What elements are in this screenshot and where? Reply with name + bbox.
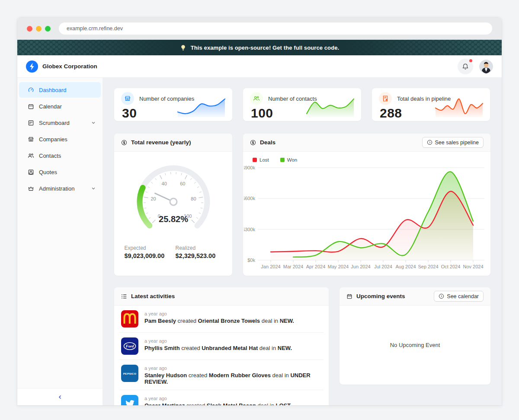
card-title: Total revenue (yearly)	[131, 139, 191, 146]
contacts-stat-card: Number of contacts 100	[243, 88, 361, 121]
deals-chart-card: Deals See sales pipeline Lost	[243, 134, 490, 276]
unordered-list-icon	[121, 293, 127, 299]
deals-area-chart: $0k$300k$600k$900kJan 2024Mar 2024Apr 20…	[244, 163, 490, 272]
app-header: Globex Corporation	[17, 55, 502, 78]
administration-icon	[28, 185, 34, 192]
svg-text:$300k: $300k	[244, 227, 255, 232]
svg-text:Aug 2024: Aug 2024	[395, 264, 416, 269]
dashboard-icon	[28, 87, 34, 93]
user-avatar[interactable]	[479, 60, 493, 73]
activity-time: a year ago	[144, 311, 294, 316]
latest-activities-card: Latest activities a year agoPam Beesly c…	[114, 287, 329, 405]
lightbulb-icon	[180, 45, 186, 51]
no-upcoming-event-text: No Upcoming Event	[340, 305, 490, 385]
address-bar[interactable]: example.crm.refine.dev	[59, 22, 492, 35]
svg-text:Oct 2024: Oct 2024	[441, 264, 461, 269]
activity-time: a year ago	[144, 396, 292, 401]
expected-label: Expected	[125, 245, 176, 251]
right-circle-icon	[427, 140, 432, 145]
legend-item-lost[interactable]: Lost	[253, 157, 269, 162]
see-calendar-button[interactable]: See calendar	[434, 291, 484, 302]
sidebar-item-contacts[interactable]: Contacts	[19, 148, 101, 163]
svg-text:Sep 2024: Sep 2024	[418, 264, 438, 269]
sidebar-item-scrumboard[interactable]: Scrumboard	[19, 115, 101, 130]
quotes-icon	[28, 169, 34, 175]
bell-icon	[462, 63, 469, 70]
page: { "browser": { "url": "example.crm.refin…	[0, 0, 519, 420]
gauge-percent-value: 25.82%	[159, 214, 188, 224]
svg-text:$0k: $0k	[247, 258, 255, 263]
activity-item: a year agoOscar Martinez created Sleek M…	[119, 390, 324, 405]
deals-stat-card: Total deals in pipeline 288	[372, 88, 490, 121]
sidebar-item-label: Contacts	[39, 153, 61, 159]
sidebar-menu: DashboardCalendarScrumboardCompaniesCont…	[17, 78, 103, 388]
deals-sparkline-chart	[434, 95, 484, 117]
activity-time: a year ago	[144, 366, 322, 371]
svg-text:May 2024: May 2024	[328, 264, 349, 269]
company-name: Globex Corporation	[42, 63, 97, 70]
twitter-logo	[121, 395, 138, 405]
activity-text: Stanley Hudson created Modern Rubber Glo…	[144, 372, 322, 385]
svg-text:Nov 2024: Nov 2024	[463, 264, 483, 269]
collapse-sidebar-button[interactable]	[17, 388, 103, 405]
total-revenue-card: Total revenue (yearly) 02040608010025.82…	[114, 134, 232, 276]
activity-list: a year agoPam Beesly created Oriental Br…	[114, 305, 329, 405]
dollar-circle-icon	[121, 140, 127, 146]
right-circle-icon	[439, 293, 444, 299]
open-source-banner[interactable]: This example is open-source! Get the ful…	[17, 40, 502, 55]
realized-label: Realized	[176, 245, 222, 251]
sidebar-item-calendar[interactable]: Calendar	[19, 99, 101, 114]
sidebar-item-companies[interactable]: Companies	[19, 131, 101, 147]
address-bar-url: example.crm.refine.dev	[67, 25, 123, 32]
company-logo-icon	[26, 60, 38, 73]
close-window-button[interactable]	[27, 26, 32, 32]
realized-value: $2,329,523.00	[176, 252, 222, 259]
svg-text:80: 80	[191, 196, 196, 201]
card-title: Latest activities	[131, 293, 175, 299]
sidebar-item-label: Quotes	[39, 169, 57, 175]
brand[interactable]: Globex Corporation	[26, 60, 97, 73]
svg-text:$600k: $600k	[244, 196, 255, 201]
sidebar-item-dashboard[interactable]: Dashboard	[19, 82, 101, 98]
see-sales-pipeline-button[interactable]: See sales pipeline	[422, 137, 484, 148]
chevron-down-icon	[91, 121, 96, 125]
sidebar-item-administration[interactable]: Administration	[19, 181, 101, 196]
notification-badge	[469, 59, 472, 62]
mcdonalds-logo	[121, 310, 138, 328]
legend-item-won[interactable]: Won	[280, 157, 297, 162]
shop-icon	[124, 95, 131, 102]
dollar-circle-icon	[250, 140, 256, 146]
companies-sparkline-chart	[176, 95, 226, 117]
traffic-lights	[27, 26, 51, 32]
companies-stat-card: Number of companies 30	[114, 88, 232, 121]
chevron-down-icon	[91, 186, 96, 191]
pepsico-logo: PEPSICO	[121, 365, 138, 382]
activity-time: a year ago	[144, 338, 292, 344]
maximize-window-button[interactable]	[45, 26, 51, 32]
minimize-window-button[interactable]	[36, 26, 42, 32]
dashboard-content: Number of companies 30 Number of contact…	[103, 78, 502, 405]
svg-text:$900k: $900k	[244, 165, 255, 170]
activity-item: a year agoPam Beesly created Oriental Br…	[119, 305, 324, 333]
ford-logo: Ford	[121, 337, 138, 355]
scrumboard-icon	[28, 120, 34, 126]
activity-text: Oscar Martinez created Sleek Metal Bacon…	[144, 402, 292, 405]
revenue-gauge-chart: 02040608010025.82%	[126, 161, 221, 235]
upcoming-events-card: Upcoming events See calendar No Upcoming…	[340, 287, 490, 385]
svg-text:Jun 2024: Jun 2024	[351, 264, 370, 269]
svg-text:PEPSICO: PEPSICO	[123, 372, 136, 375]
sidebar-item-quotes[interactable]: Quotes	[19, 164, 101, 180]
chevron-left-icon	[58, 395, 63, 400]
activity-text: Phyllis Smith created Unbranded Metal Ha…	[144, 345, 292, 351]
contacts-sparkline-chart	[305, 95, 355, 117]
svg-text:Apr 2024: Apr 2024	[306, 264, 326, 269]
expected-value: $9,023,009.00	[125, 252, 176, 259]
contacts-icon	[28, 153, 34, 159]
sidebar-item-label: Calendar	[39, 103, 62, 110]
calendar-icon	[346, 293, 352, 299]
activity-text: Pam Beesly created Oriental Bronze Towel…	[144, 318, 294, 324]
notifications-button[interactable]	[458, 59, 473, 74]
banner-text: This example is open-source! Get the ful…	[191, 45, 339, 51]
card-title: Upcoming events	[356, 293, 405, 299]
svg-text:60: 60	[180, 181, 185, 186]
